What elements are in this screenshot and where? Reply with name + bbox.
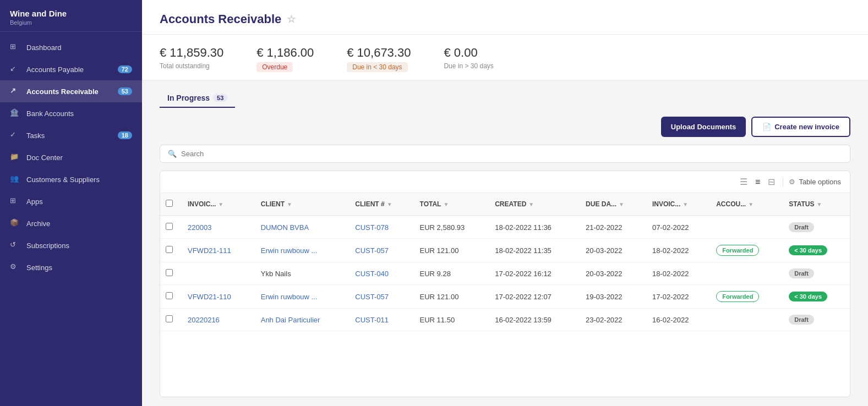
row-invoice2-1: 18-02-2022 [647, 239, 711, 262]
sidebar-item-label-accounts-payable: Accounts Payable [26, 65, 84, 74]
col-client-num-label: CLIENT # [355, 200, 384, 208]
sidebar-nav: ⊞ Dashboard ↙ Accounts Payable 72 ↗ Acco… [0, 32, 142, 406]
stat-amount-3: € 0.00 [444, 46, 493, 60]
tasks-icon: ✓ [10, 130, 20, 140]
row-invoice-4: 20220216 [182, 309, 255, 331]
row-checkbox-0 [160, 216, 182, 239]
sidebar-item-label-apps: Apps [26, 197, 43, 206]
sidebar-item-label-subscriptions: Subscriptions [26, 242, 69, 250]
search-bar: 🔍 [160, 145, 850, 163]
row-select-0[interactable] [166, 223, 173, 230]
status-badge-3: < 30 days [789, 292, 827, 301]
col-invoice: INVOIC...▼ [182, 193, 255, 216]
client-num-link-3[interactable]: CUST-057 [355, 293, 389, 301]
invoice-link-3[interactable]: VFWD21-110 [188, 293, 231, 301]
row-select-3[interactable] [166, 292, 173, 299]
sidebar-header: Wine and Dine Belgium [0, 0, 142, 32]
list-view-icon[interactable]: ☰ [738, 175, 750, 188]
sidebar-item-doc-center[interactable]: 📁 Doc Center [0, 146, 142, 168]
row-select-1[interactable] [166, 246, 173, 253]
created-filter-icon[interactable]: ▼ [528, 201, 534, 207]
invoice-link-1[interactable]: VFWD21-111 [188, 246, 231, 255]
compact-view-icon[interactable]: ⊟ [766, 175, 777, 188]
sidebar-item-dashboard[interactable]: ⊞ Dashboard [0, 36, 142, 58]
row-created-0: 18-02-2022 11:36 [489, 216, 580, 239]
stat-badge-1: Overdue [256, 62, 293, 72]
row-invoice-0: 220003 [182, 216, 255, 239]
due-date-filter-icon[interactable]: ▼ [619, 201, 624, 207]
grid-view-icon[interactable]: ≡ [753, 176, 762, 188]
sidebar-item-label-dashboard: Dashboard [26, 43, 62, 52]
create-invoice-icon: 📄 [762, 123, 771, 131]
invoice-filter-icon[interactable]: ▼ [218, 201, 223, 207]
status-badge-4: Draft [789, 315, 814, 325]
col-account: ACCOU...▼ [711, 193, 783, 216]
sidebar-item-customers-suppliers[interactable]: 👥 Customers & Suppliers [0, 168, 142, 190]
total-filter-icon[interactable]: ▼ [443, 201, 449, 207]
account-filter-icon[interactable]: ▼ [748, 201, 754, 207]
sidebar-item-apps[interactable]: ⊞ Apps [0, 190, 142, 212]
sidebar-item-accounts-receivable[interactable]: ↗ Accounts Receivable 53 [0, 80, 142, 102]
table-row: 20220216 Anh Dai Particulier CUST-011 EU… [160, 309, 850, 331]
row-invoice2-3: 17-02-2022 [647, 285, 711, 309]
row-checkbox-4 [160, 309, 182, 331]
client-num-link-0[interactable]: CUST-078 [355, 223, 389, 232]
sidebar-item-accounts-payable[interactable]: ↙ Accounts Payable 72 [0, 58, 142, 80]
row-account-2 [711, 262, 783, 285]
sidebar-item-subscriptions[interactable]: ↺ Subscriptions [0, 234, 142, 256]
sidebar-item-label-settings: Settings [26, 264, 52, 272]
row-select-4[interactable] [166, 315, 173, 322]
stat-item-3: € 0.00Due in > 30 days [444, 46, 493, 72]
client-link-3[interactable]: Erwin ruwbouw ... [261, 293, 318, 301]
col-total-label: TOTAL [420, 200, 441, 208]
row-account-1: Forwarded [711, 239, 783, 262]
client-link-4[interactable]: Anh Dai Particulier [261, 316, 320, 324]
view-divider [783, 178, 783, 186]
table-options-button[interactable]: ⚙ Table options [789, 178, 841, 186]
row-client-num-3: CUST-057 [350, 285, 414, 309]
col-created-label: CREATED [495, 200, 526, 208]
tab-in-progress[interactable]: In Progress 53 [160, 89, 235, 108]
row-status-3: < 30 days [783, 285, 850, 309]
client-link-0[interactable]: DUMON BVBA [261, 223, 309, 232]
client-filter-icon[interactable]: ▼ [287, 201, 292, 207]
select-all-col [160, 193, 182, 216]
invoice-link-4[interactable]: 20220216 [188, 316, 220, 324]
select-all-checkbox[interactable] [166, 200, 173, 207]
client-link-1[interactable]: Erwin ruwbouw ... [261, 246, 318, 255]
apps-icon: ⊞ [10, 196, 20, 206]
row-checkbox-1 [160, 239, 182, 262]
row-created-2: 17-02-2022 16:12 [489, 262, 580, 285]
row-invoice2-0: 07-02-2022 [647, 216, 711, 239]
row-account-3: Forwarded [711, 285, 783, 309]
row-invoice-3: VFWD21-110 [182, 285, 255, 309]
nav-badge-tasks: 18 [118, 131, 132, 139]
create-invoice-button[interactable]: 📄 Create new invoice [751, 117, 850, 137]
search-input[interactable] [181, 150, 842, 158]
client-num-link-1[interactable]: CUST-057 [355, 246, 389, 255]
client-num-filter-icon[interactable]: ▼ [387, 201, 392, 207]
accounts-payable-icon: ↙ [10, 64, 20, 74]
tab-count-0: 53 [213, 94, 227, 102]
sidebar-item-bank-accounts[interactable]: 🏦 Bank Accounts [0, 102, 142, 124]
row-select-2[interactable] [166, 269, 173, 276]
sidebar-item-tasks[interactable]: ✓ Tasks 18 [0, 124, 142, 146]
bank-accounts-icon: 🏦 [10, 108, 20, 118]
status-filter-icon[interactable]: ▼ [816, 201, 822, 207]
favorite-star-icon[interactable]: ☆ [287, 13, 296, 25]
sidebar-item-label-bank-accounts: Bank Accounts [26, 109, 74, 118]
upload-documents-button[interactable]: Upload Documents [661, 117, 746, 137]
tabs-row: In Progress 53 [160, 89, 850, 108]
stats-row: € 11,859.30Total outstanding€ 1,186.00Ov… [142, 35, 868, 80]
status-badge-0: Draft [789, 222, 814, 232]
invoice2-filter-icon[interactable]: ▼ [683, 201, 688, 207]
sidebar-item-label-doc-center: Doc Center [26, 153, 63, 162]
client-num-link-2[interactable]: CUST-040 [355, 270, 389, 278]
invoice-link-0[interactable]: 220003 [188, 223, 211, 232]
sidebar-item-settings[interactable]: ⚙ Settings [0, 256, 142, 278]
client-num-link-4[interactable]: CUST-011 [355, 316, 389, 324]
search-icon: 🔍 [168, 150, 177, 158]
sidebar-item-archive[interactable]: 📦 Archive [0, 212, 142, 234]
actions-row: Upload Documents 📄 Create new invoice [160, 117, 850, 137]
stat-badge-2: Due in < 30 days [347, 62, 407, 72]
